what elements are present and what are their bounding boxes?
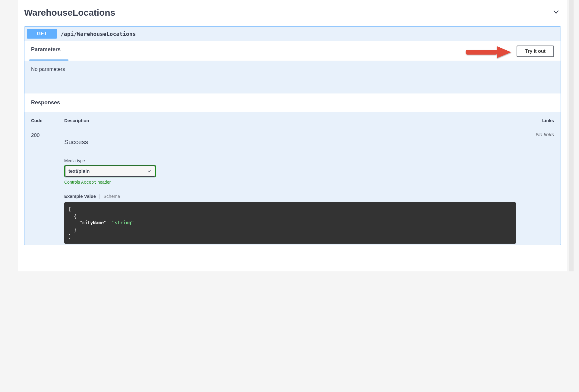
parameters-header: Parameters Try it out <box>24 41 561 61</box>
th-links: Links <box>527 118 554 123</box>
json-key: "cityName" <box>79 220 106 226</box>
media-type-highlight: text/plain <box>64 165 156 177</box>
parameters-body: No parameters <box>24 61 561 93</box>
svg-rect-0 <box>466 50 497 55</box>
annotation-arrow-icon <box>464 45 512 59</box>
tag-header[interactable]: WarehouseLocations <box>24 3 561 23</box>
response-row: 200 Success Media type text/plain Contro… <box>31 132 554 244</box>
responses-body: Code Description Links 200 Success Media… <box>24 112 561 245</box>
response-description: Success <box>64 138 516 146</box>
json-value: "string" <box>112 220 134 226</box>
example-schema-tabs: Example Value Schema <box>64 194 516 199</box>
json-sep: : <box>106 220 112 226</box>
media-type-label: Media type <box>64 158 516 163</box>
th-description: Description <box>64 118 527 123</box>
json-brace: } <box>68 227 77 232</box>
parameters-tab-underline <box>29 59 68 61</box>
operation-path: /api/WarehouseLocations <box>61 31 136 37</box>
example-code-block[interactable]: [ { "cityName": "string" } ] <box>64 202 516 244</box>
response-description-cell: Success Media type text/plain Controls A… <box>64 132 527 244</box>
controls-accept-text: Controls Accept header. <box>64 180 516 185</box>
json-brace: { <box>68 213 77 219</box>
method-badge: GET <box>27 29 57 39</box>
tag-title: WarehouseLocations <box>24 8 115 18</box>
operation-summary[interactable]: GET /api/WarehouseLocations <box>24 27 561 41</box>
controls-header-name: Accept <box>81 180 96 185</box>
responses-heading: Responses <box>31 100 554 106</box>
json-bracket: ] <box>68 234 71 239</box>
tab-schema[interactable]: Schema <box>103 194 120 199</box>
no-parameters-text: No parameters <box>31 66 65 72</box>
svg-marker-1 <box>497 46 511 58</box>
json-bracket: [ <box>68 207 71 212</box>
vertical-scrollbar[interactable] <box>569 0 574 271</box>
tab-separator <box>100 194 100 199</box>
response-code: 200 <box>31 132 64 244</box>
tab-example-value[interactable]: Example Value <box>64 194 96 199</box>
controls-prefix: Controls <box>64 180 81 185</box>
chevron-down-icon[interactable] <box>551 7 561 18</box>
controls-suffix: header. <box>96 180 112 185</box>
response-links: No links <box>527 132 554 244</box>
th-code: Code <box>31 118 64 123</box>
operation-block: GET /api/WarehouseLocations Parameters T… <box>24 26 561 245</box>
responses-header: Responses <box>24 93 561 112</box>
responses-table-head: Code Description Links <box>31 118 554 126</box>
parameters-heading: Parameters <box>31 46 61 56</box>
media-type-select[interactable]: text/plain <box>65 166 155 177</box>
try-it-out-button[interactable]: Try it out <box>517 46 554 57</box>
